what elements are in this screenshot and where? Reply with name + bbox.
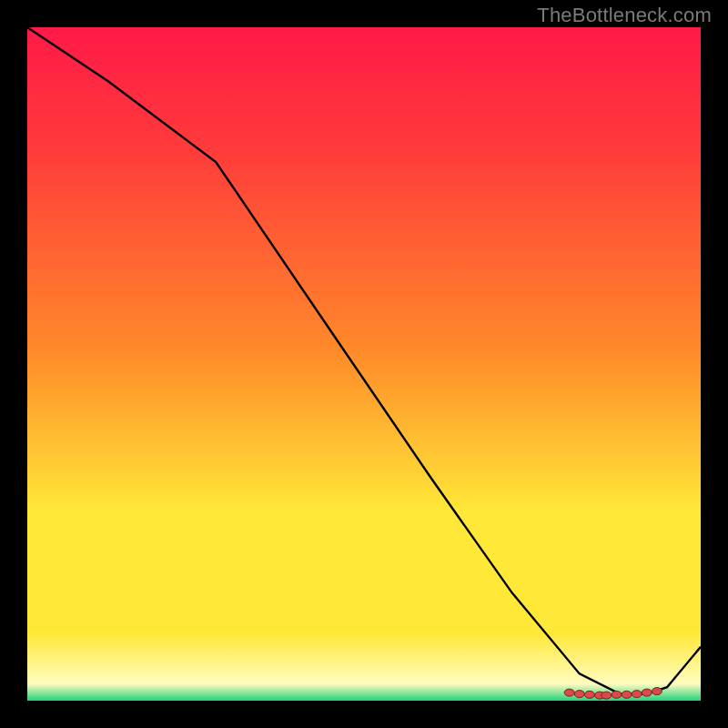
marker-point [652,688,662,695]
gradient-background [27,27,701,701]
marker-point [642,689,652,696]
marker-point [622,691,632,698]
plot-area [27,27,701,701]
marker-point [612,691,622,698]
marker-point [584,691,594,698]
chart-svg [27,27,701,701]
marker-point [602,692,612,699]
marker-point [574,691,584,698]
attribution-label: TheBottleneck.com [537,4,712,27]
marker-point [564,689,574,696]
marker-point [632,691,642,698]
chart-container: TheBottleneck.com [0,0,728,728]
